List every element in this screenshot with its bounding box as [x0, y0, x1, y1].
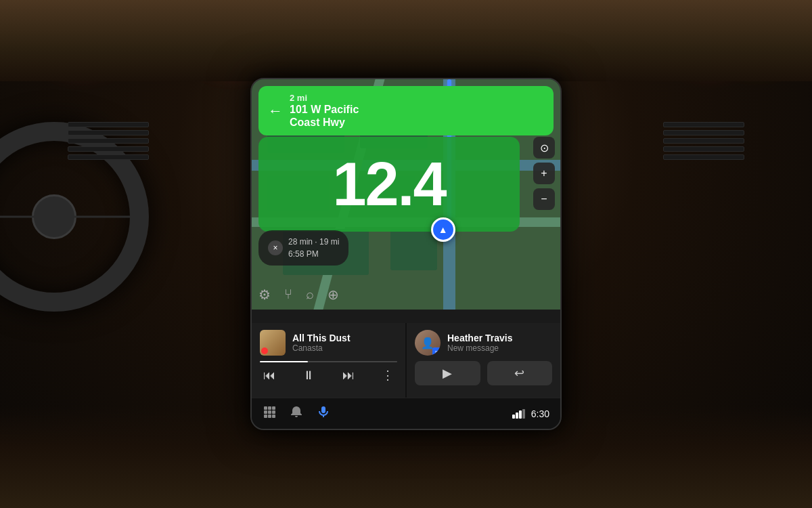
android-auto-screen: ← 2 mi 101 W PacificCoast Hwy 12.4 × 28 … — [250, 78, 562, 430]
zoom-out-button[interactable]: − — [533, 188, 555, 210]
microphone-button[interactable] — [317, 405, 330, 422]
search-button[interactable]: ⌕ — [306, 287, 314, 303]
trip-text: 28 min · 19 mi 6:58 PM — [288, 236, 339, 260]
svg-rect-7 — [268, 415, 271, 418]
svg-rect-0 — [264, 406, 267, 410]
progress-bar[interactable] — [260, 361, 397, 362]
progress-fill — [260, 361, 308, 362]
turn-arrow-icon: ← — [268, 102, 283, 120]
trip-eta: 6:58 PM — [288, 248, 339, 260]
music-app-icon — [261, 347, 268, 354]
cards-section: All This Dust Canasta ⏮ ⏸ ⏭ ⋮ 👤 ✉ — [252, 323, 560, 398]
svg-rect-12 — [516, 412, 518, 419]
nav-street: 101 W PacificCoast Hwy — [290, 103, 359, 129]
artist-name: Canasta — [292, 343, 397, 353]
contact-avatar: 👤 ✉ — [415, 330, 441, 356]
bottom-bar: 6:30 — [252, 398, 560, 429]
svg-rect-1 — [268, 406, 271, 410]
nav-distance: 2 mi — [290, 93, 359, 103]
music-card[interactable]: All This Dust Canasta ⏮ ⏸ ⏭ ⋮ — [252, 323, 405, 398]
svg-rect-6 — [264, 415, 267, 418]
album-art — [260, 330, 286, 356]
reply-message-button[interactable]: ↩ — [487, 361, 553, 385]
vent-right — [663, 122, 744, 176]
trip-close-button[interactable]: × — [268, 240, 283, 255]
svg-rect-13 — [519, 410, 522, 419]
trip-info[interactable]: × 28 min · 19 mi 6:58 PM — [258, 230, 348, 266]
apps-button[interactable] — [263, 405, 276, 422]
svg-rect-14 — [522, 409, 525, 419]
next-button[interactable]: ⏭ — [339, 368, 358, 383]
dashboard-top — [0, 0, 812, 81]
music-controls: ⏮ ⏸ ⏭ ⋮ — [260, 368, 397, 383]
route-button[interactable]: ⑂ — [284, 287, 292, 303]
map-section[interactable]: ← 2 mi 101 W PacificCoast Hwy 12.4 × 28 … — [252, 79, 560, 310]
navigation-text: 2 mi 101 W PacificCoast Hwy — [290, 93, 359, 129]
trip-duration-distance: 28 min · 19 mi — [288, 236, 339, 248]
compass-button[interactable]: ⊙ — [533, 137, 555, 158]
svg-rect-2 — [272, 406, 275, 410]
message-info: Heather Travis New message — [447, 333, 552, 353]
vent-left — [68, 122, 149, 176]
message-badge: ✉ — [432, 347, 441, 356]
music-info: All This Dust Canasta — [292, 333, 397, 353]
contact-name: Heather Travis — [447, 333, 552, 343]
svg-rect-3 — [264, 410, 267, 414]
previous-button[interactable]: ⏮ — [260, 368, 279, 383]
pin-button[interactable]: ⊕ — [328, 287, 339, 303]
message-card[interactable]: 👤 ✉ Heather Travis New message ▶ ↩ — [407, 323, 560, 398]
svg-rect-8 — [272, 415, 275, 418]
message-header: 👤 ✉ Heather Travis New message — [415, 330, 552, 356]
speed-display: 12.4 — [258, 137, 520, 232]
message-actions: ▶ ↩ — [415, 361, 552, 385]
svg-rect-9 — [321, 406, 325, 413]
more-options-button[interactable]: ⋮ — [378, 368, 397, 383]
current-time: 6:30 — [531, 408, 549, 419]
navigation-header[interactable]: ← 2 mi 101 W PacificCoast Hwy — [258, 86, 554, 135]
svg-rect-11 — [512, 415, 515, 419]
zoom-in-button[interactable]: + — [533, 163, 555, 184]
signal-time-area: 6:30 — [512, 408, 549, 419]
svg-rect-5 — [272, 410, 275, 414]
svg-rect-4 — [268, 410, 271, 414]
settings-button[interactable]: ⚙ — [258, 287, 271, 303]
notifications-button[interactable] — [290, 405, 303, 422]
message-preview: New message — [447, 343, 552, 353]
music-header: All This Dust Canasta — [260, 330, 397, 356]
nav-icon-buttons: ⚙ ⑂ ⌕ ⊕ — [258, 287, 339, 303]
speed-number: 12.4 — [332, 154, 445, 215]
play-pause-button[interactable]: ⏸ — [299, 368, 318, 383]
position-icon: ▲ — [431, 217, 455, 242]
position-marker: ▲ — [431, 217, 455, 242]
signal-icon — [512, 409, 526, 419]
play-message-button[interactable]: ▶ — [415, 361, 480, 385]
song-title: All This Dust — [292, 333, 397, 343]
map-block-6 — [390, 229, 436, 270]
bottom-icons — [263, 405, 330, 422]
map-controls: ⊙ + − — [533, 137, 555, 210]
